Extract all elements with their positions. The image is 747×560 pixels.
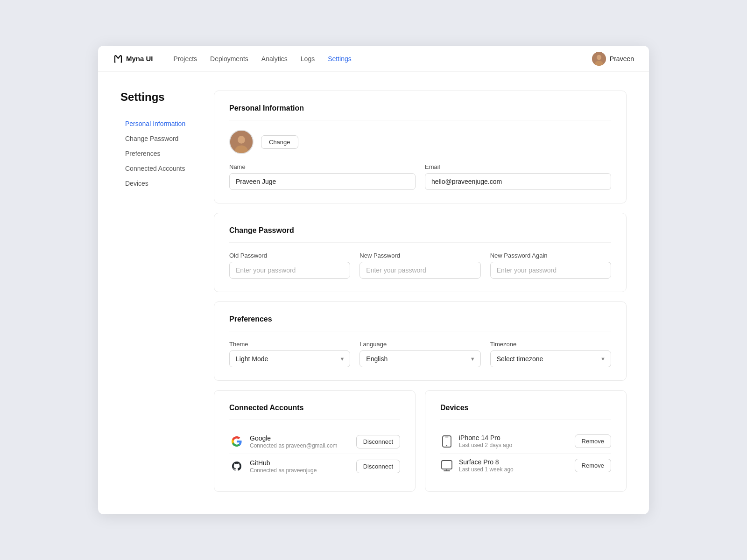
preferences-title: Preferences [229,315,611,331]
nav-user[interactable]: Praveen [592,52,634,66]
surface-info: Surface Pro 8 Last used 1 week ago [459,458,569,473]
sidebar-item-devices[interactable]: Devices [120,176,214,190]
device-item-iphone: iPhone 14 Pro Last used 2 days ago Remov… [440,429,611,454]
tablet-icon [440,459,453,472]
password-form: Old Password New Password New Password A… [229,252,611,279]
theme-label: Theme [229,341,350,348]
google-disconnect-button[interactable]: Disconnect [356,435,400,448]
personal-info-form: Name Email [229,163,611,190]
confirm-password-label: New Password Again [490,252,611,259]
timezone-group: Timezone Select timezone UTC EST PST IST… [490,341,611,367]
sidebar-nav: Personal Information Change Password Pre… [120,117,214,190]
email-label: Email [425,163,611,170]
svg-point-10 [446,445,447,446]
sidebar-item-change-password[interactable]: Change Password [120,132,214,146]
google-account-info: Google Connected as praveen@gmail.com [250,434,351,449]
svg-point-3 [597,55,601,60]
surface-sub: Last used 1 week ago [459,466,569,473]
theme-select[interactable]: Light Mode Dark Mode System [229,350,350,367]
github-account-name: GitHub [250,459,351,467]
main-layout: Settings Personal Information Change Pas… [98,72,649,514]
nav-link-projects[interactable]: Projects [168,52,203,65]
logo[interactable]: Myna UI [113,54,153,64]
github-account-sub: Connected as praveenjuge [250,467,351,474]
devices-title: Devices [440,404,611,420]
github-icon [229,459,244,474]
timezone-label: Timezone [490,341,611,348]
connected-accounts-title: Connected Accounts [229,404,400,420]
iphone-name: iPhone 14 Pro [459,434,569,441]
profile-avatar-image [230,130,253,154]
nav-link-analytics[interactable]: Analytics [256,52,293,65]
svg-point-6 [238,136,245,144]
svg-point-0 [114,61,116,63]
confirm-password-group: New Password Again [490,252,611,279]
change-password-title: Change Password [229,226,611,243]
svg-point-1 [121,61,122,63]
personal-info-card: Personal Information Change Name [214,91,627,203]
nav-link-logs[interactable]: Logs [295,52,320,65]
surface-remove-button[interactable]: Remove [575,459,611,472]
personal-info-title: Personal Information [229,104,611,120]
iphone-info: iPhone 14 Pro Last used 2 days ago [459,434,569,448]
surface-name: Surface Pro 8 [459,458,569,466]
sidebar: Settings Personal Information Change Pas… [120,91,214,492]
github-account-info: GitHub Connected as praveenjuge [250,459,351,474]
nav-link-settings[interactable]: Settings [322,52,357,65]
old-password-group: Old Password [229,252,350,279]
nav-link-deployments[interactable]: Deployments [204,52,254,65]
github-disconnect-button[interactable]: Disconnect [356,460,400,473]
google-account-name: Google [250,434,351,442]
change-password-card: Change Password Old Password New Passwor… [214,213,627,292]
new-password-group: New Password [359,252,480,279]
new-password-input[interactable] [359,262,480,279]
sidebar-item-personal-info[interactable]: Personal Information [120,117,214,131]
language-group: Language English Spanish French German ▼ [359,341,480,367]
sidebar-item-preferences[interactable]: Preferences [120,147,214,161]
nav-username: Praveen [610,55,634,63]
connected-accounts-card: Connected Accounts Google [214,390,416,492]
name-label: Name [229,163,416,170]
email-input[interactable] [425,173,611,190]
language-select-wrapper: English Spanish French German ▼ [359,350,480,367]
old-password-label: Old Password [229,252,350,259]
content: Personal Information Change Name [214,91,627,492]
old-password-input[interactable] [229,262,350,279]
app-window: Myna UI Projects Deployments Analytics L… [98,46,649,514]
sidebar-item-connected-accounts[interactable]: Connected Accounts [120,161,214,175]
iphone-remove-button[interactable]: Remove [575,434,611,448]
iphone-sub: Last used 2 days ago [459,442,569,448]
timezone-select[interactable]: Select timezone UTC EST PST IST CET [490,350,611,367]
theme-select-wrapper: Light Mode Dark Mode System ▼ [229,350,350,367]
account-item-github: GitHub Connected as praveenjuge Disconne… [229,454,400,478]
nav-links: Projects Deployments Analytics Logs Sett… [168,52,592,65]
change-avatar-button[interactable]: Change [261,135,298,149]
preferences-card: Preferences Theme Light Mode Dark Mode S… [214,301,627,381]
confirm-password-input[interactable] [490,262,611,279]
logo-icon [113,54,123,64]
devices-card: Devices iPhone 14 Pro Last us [425,390,627,492]
account-item-google: Google Connected as praveen@gmail.com Di… [229,429,400,454]
new-password-label: New Password [359,252,480,259]
google-icon [229,434,244,449]
avatar-image [592,52,606,66]
device-item-surface: Surface Pro 8 Last used 1 week ago Remov… [440,454,611,477]
logo-text: Myna UI [126,55,153,63]
name-input[interactable] [229,173,416,190]
google-account-sub: Connected as praveen@gmail.com [250,442,351,449]
mobile-icon [440,435,453,448]
email-group: Email [425,163,611,190]
avatar-row: Change [229,130,611,154]
svg-rect-11 [442,461,452,469]
preferences-form: Theme Light Mode Dark Mode System ▼ Lang… [229,341,611,367]
language-select[interactable]: English Spanish French German [359,350,480,367]
topnav: Myna UI Projects Deployments Analytics L… [98,46,649,72]
bottom-row: Connected Accounts Google [214,390,627,492]
profile-avatar [229,130,254,154]
timezone-select-wrapper: Select timezone UTC EST PST IST CET ▼ [490,350,611,367]
language-label: Language [359,341,480,348]
avatar [592,52,606,66]
page-title: Settings [120,91,214,104]
name-group: Name [229,163,416,190]
theme-group: Theme Light Mode Dark Mode System ▼ [229,341,350,367]
